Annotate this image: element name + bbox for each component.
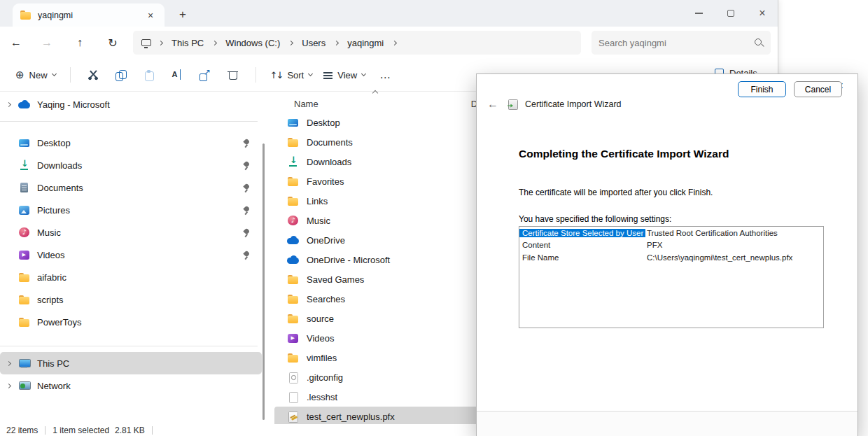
file-name: Music (307, 216, 330, 226)
rename-button[interactable] (163, 64, 191, 86)
file-name: .gitconfig (307, 372, 343, 383)
expand-chevron-icon[interactable] (6, 383, 11, 388)
back-button[interactable]: ← (6, 32, 27, 53)
music-icon (287, 215, 299, 227)
finish-button[interactable]: Finish (738, 81, 786, 97)
address-bar[interactable]: This PC Windows (C:) Users yaqingmi (133, 31, 581, 55)
sidebar-item-downloads[interactable]: Downloads (0, 154, 262, 176)
settings-row[interactable]: Content PFX (519, 239, 823, 252)
breadcrumb-yaqingmi[interactable]: yaqingmi (343, 36, 388, 50)
name-column-header[interactable]: Name (294, 99, 318, 109)
new-button[interactable]: New (10, 64, 62, 85)
sidebar-item-label: Network (37, 381, 71, 391)
view-lines-icon (323, 71, 332, 78)
sidebar-item-pictures[interactable]: Pictures (0, 199, 262, 221)
pin-icon (242, 183, 251, 192)
expand-chevron-icon[interactable] (6, 101, 11, 106)
wizard-back-button[interactable]: ← (485, 98, 500, 111)
desktop-icon (287, 117, 299, 129)
share-button[interactable] (191, 64, 219, 86)
breadcrumb-users[interactable]: Users (298, 36, 330, 50)
sidebar-item-videos[interactable]: Videos (0, 244, 262, 266)
new-plus-icon (15, 69, 24, 81)
paste-button[interactable] (135, 64, 163, 86)
file-name: Documents (307, 137, 353, 148)
chevron-right-icon (392, 40, 397, 45)
sidebar-item-desktop[interactable]: Desktop (0, 132, 262, 154)
file-name: .lesshst (307, 392, 337, 402)
tab-title: yaqingmi (38, 10, 144, 20)
breadcrumb-windows-c[interactable]: Windows (C:) (221, 36, 284, 50)
settings-row[interactable]: File Name C:\Users\yaqingmi\test_cert_ne… (519, 251, 823, 264)
desktop-icon (18, 137, 30, 149)
sidebar-scrollbar[interactable] (262, 143, 265, 420)
new-tab-button[interactable]: + (174, 6, 192, 24)
search-input[interactable] (598, 38, 754, 48)
minimize-button[interactable] (682, 0, 715, 27)
search-box[interactable] (592, 31, 771, 55)
dialog-title: Certificate Import Wizard (525, 99, 622, 109)
cut-button[interactable] (79, 64, 107, 86)
copy-button[interactable] (107, 64, 135, 86)
sidebar-item-label: aifabric (37, 272, 66, 283)
breadcrumb-this-pc[interactable]: This PC (167, 36, 208, 50)
sort-button[interactable]: Sort (265, 66, 318, 85)
pin-icon (242, 251, 251, 260)
file-name: source (307, 314, 334, 324)
certificate-wizard-icon (507, 99, 519, 111)
folder-icon (20, 9, 31, 21)
explorer-tab[interactable]: yaqingmi × (13, 3, 164, 27)
config-file-icon (287, 372, 299, 384)
sidebar-item-aifabric[interactable]: aifabric (0, 266, 262, 288)
share-icon (199, 69, 211, 80)
certificate-import-wizard-dialog: × ← Certificate Import Wizard Completing… (476, 73, 858, 436)
file-name: Links (307, 196, 328, 206)
settings-label: You have specified the following setting… (519, 214, 671, 224)
sidebar-item-powertoys[interactable]: PowerToys (0, 311, 262, 333)
tab-close-icon[interactable]: × (144, 8, 158, 22)
search-icon (754, 38, 764, 48)
setting-key-selected: Certificate Store Selected by User (519, 229, 645, 237)
sidebar-item-network[interactable]: Network (0, 374, 262, 397)
refresh-button[interactable]: ↻ (102, 32, 123, 53)
file-name: Favorites (307, 176, 344, 187)
forward-button[interactable]: → (36, 32, 57, 53)
up-button[interactable]: ↑ (69, 32, 90, 53)
window-close-button[interactable]: × (746, 0, 778, 27)
delete-button[interactable] (219, 64, 247, 86)
this-pc-icon (141, 39, 151, 46)
sidebar-item-scripts[interactable]: scripts (0, 288, 262, 311)
pin-icon (242, 206, 251, 215)
file-name: Searches (307, 294, 345, 304)
more-options-button[interactable] (371, 64, 399, 86)
chevron-right-icon (158, 40, 163, 45)
file-name: test_cert_newplus.pfx (307, 412, 395, 422)
file-icon (287, 391, 299, 403)
sidebar-item-onedrive-root[interactable]: Yaqing - Microsoft (0, 93, 262, 115)
dialog-footer (477, 411, 858, 436)
items-count: 22 items (6, 426, 38, 435)
onedrive-cloud-icon (287, 234, 299, 246)
folder-icon (287, 352, 299, 364)
cut-icon (88, 69, 99, 80)
pictures-icon (18, 204, 30, 216)
folder-icon (18, 272, 30, 283)
view-button[interactable]: View (318, 66, 371, 85)
sidebar-item-music[interactable]: Music (0, 221, 262, 244)
settings-table[interactable]: Certificate Store Selected by User Trust… (519, 226, 824, 328)
sidebar-item-label: scripts (37, 295, 64, 305)
onedrive-cloud-icon (287, 254, 299, 266)
sidebar-item-label: Videos (37, 250, 65, 260)
setting-key: File Name (519, 253, 645, 262)
certificate-file-icon (287, 411, 299, 423)
selection-size: 2.81 KB (115, 426, 145, 435)
wizard-heading: Completing the Certificate Import Wizard (519, 148, 729, 160)
expand-chevron-icon[interactable] (6, 360, 11, 365)
settings-row[interactable]: Certificate Store Selected by User Trust… (519, 227, 823, 239)
cancel-button[interactable]: Cancel (794, 81, 842, 97)
sidebar-item-this-pc[interactable]: This PC (0, 352, 262, 374)
sidebar-item-documents[interactable]: Documents (0, 176, 262, 199)
maximize-button[interactable] (715, 0, 747, 27)
sort-button-label: Sort (287, 70, 304, 80)
chevron-right-icon (288, 40, 293, 45)
